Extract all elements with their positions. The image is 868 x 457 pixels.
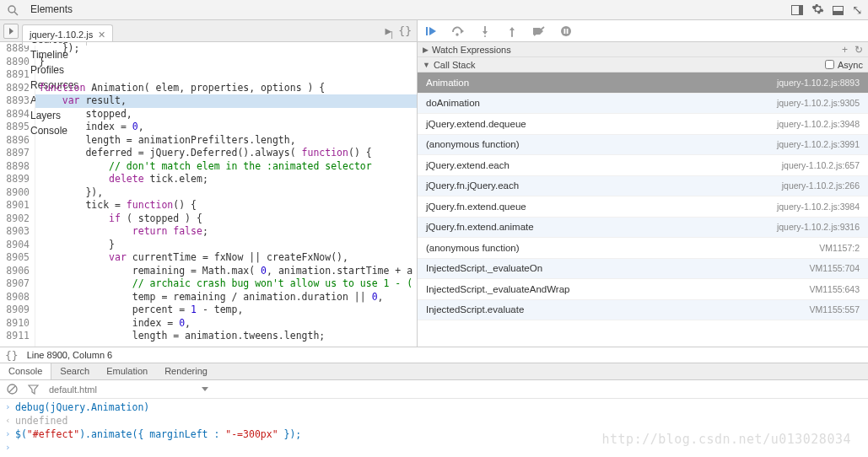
svg-point-11	[511, 35, 513, 37]
chevron-down-icon	[202, 387, 208, 391]
drawer-toggle-icon[interactable]	[791, 5, 803, 15]
code-body[interactable]: }); } function Animation( elem, properti…	[35, 42, 417, 347]
svg-rect-16	[567, 29, 569, 34]
debug-toolbar	[418, 20, 868, 42]
frame-location: jquery-1.10.2.js:3984	[777, 202, 860, 212]
inspect-icon[interactable]	[3, 0, 22, 19]
drawer-tab-rendering[interactable]: Rendering	[156, 363, 216, 379]
add-watch-icon[interactable]: +	[842, 44, 848, 56]
file-tab[interactable]: jquery-1.10.2.js ✕	[22, 24, 113, 41]
stack-frame[interactable]: jQuery.fn.extend.animatejquery-1.10.2.js…	[418, 218, 868, 239]
console-toolbar: default.html	[0, 380, 868, 399]
console-row: ›debug(jQuery.Animation)	[0, 401, 868, 414]
frame-location: VM1155:704	[809, 263, 860, 273]
pause-on-exceptions-icon[interactable]	[559, 24, 573, 38]
input-arrow-icon: ›	[5, 401, 15, 414]
svg-point-8	[484, 35, 486, 37]
drawer-tab-emulation[interactable]: Emulation	[98, 363, 156, 379]
stack-frame[interactable]: InjectedScript.evaluateVM1155:557	[418, 300, 868, 321]
svg-point-5	[456, 33, 458, 35]
stack-frame[interactable]: jQuery.extend.eachjquery-1.10.2.js:657	[418, 155, 868, 176]
stack-frame[interactable]: (anonymous function)jquery-1.10.2.js:399…	[418, 135, 868, 156]
async-toggle[interactable]: Async	[825, 60, 863, 70]
frame-function: (anonymous function)	[426, 243, 520, 253]
dock-icon[interactable]	[833, 6, 844, 15]
settings-icon[interactable]	[811, 3, 824, 18]
call-stack-list: Animationjquery-1.10.2.js:8893doAnimatio…	[418, 73, 868, 347]
frame-function: jQuery.extend.dequeue	[426, 119, 526, 129]
frame-location: jquery-1.10.2.js:9305	[777, 98, 860, 108]
workspace: jquery-1.10.2.js ✕ ▶| {} 8889 8890 8891 …	[0, 20, 868, 347]
context-selector[interactable]: default.html	[49, 384, 208, 395]
step-into-icon[interactable]	[478, 24, 492, 38]
stack-frame[interactable]: Animationjquery-1.10.2.js:8893	[418, 73, 868, 94]
file-tab-name: jquery-1.10.2.js	[30, 30, 93, 40]
frame-location: jquery-1.10.2.js:3948	[777, 119, 860, 129]
deactivate-breakpoints-icon[interactable]	[532, 24, 546, 38]
input-arrow-icon: ›	[5, 427, 15, 441]
stack-frame[interactable]: doAnimationjquery-1.10.2.js:9305	[418, 94, 868, 115]
console-input: debug(jQuery.Animation)	[15, 401, 149, 414]
main-tab-elements[interactable]: Elements	[22, 0, 87, 15]
console-output: undefined	[15, 414, 67, 427]
svg-rect-15	[564, 29, 566, 34]
drawer-tab-bar: ConsoleSearchEmulationRendering	[0, 363, 868, 380]
frame-location: jquery-1.10.2.js:657	[782, 160, 860, 170]
cursor-position: Line 8900, Column 6	[27, 350, 113, 360]
svg-marker-4	[461, 29, 464, 34]
svg-point-0	[8, 6, 15, 13]
call-stack-header[interactable]: ▼ Call Stack Async	[418, 57, 868, 73]
frame-function: Animation	[426, 78, 469, 88]
main-tab-bar: ElementsNetworkSourcesTimelineProfilesRe…	[0, 0, 868, 20]
console-body[interactable]: ›debug(jQuery.Animation)‹undefined›$("#e…	[0, 399, 868, 456]
step-over-icon[interactable]	[451, 24, 465, 38]
frame-function: jQuery.extend.each	[426, 160, 509, 170]
file-tab-bar: jquery-1.10.2.js ✕ ▶| {}	[0, 20, 417, 42]
resume-icon[interactable]	[424, 24, 438, 38]
frame-function: jQuery.fn.jQuery.each	[426, 180, 519, 191]
frame-location: VM1157:2	[819, 243, 860, 253]
drawer-tab-console[interactable]: Console	[0, 363, 51, 379]
frame-location: jquery-1.10.2.js:9316	[777, 222, 860, 232]
watch-expressions-header[interactable]: ▶ Watch Expressions +↻	[418, 42, 868, 57]
clear-console-icon[interactable]	[7, 384, 18, 395]
stack-frame[interactable]: jQuery.fn.jQuery.eachjquery-1.10.2.js:26…	[418, 176, 868, 197]
svg-marker-19	[29, 385, 38, 394]
stack-frame[interactable]: InjectedScript._evaluateOnVM1155:704	[418, 259, 868, 280]
frame-location: VM1155:557	[809, 304, 860, 315]
console-row: ‹undefined	[0, 414, 868, 427]
pretty-print-status-icon[interactable]: {}	[5, 349, 19, 362]
refresh-watch-icon[interactable]: ↻	[855, 44, 863, 56]
filter-icon[interactable]	[28, 384, 39, 395]
navigator-toggle-icon[interactable]	[3, 24, 19, 39]
async-label: Async	[838, 60, 863, 70]
svg-point-14	[561, 26, 571, 36]
svg-line-18	[9, 386, 15, 392]
run-snippet-icon[interactable]: ▶|	[385, 24, 392, 37]
console-input: $("#effect").animate({ marginLeft : "-=3…	[15, 427, 301, 441]
stack-frame[interactable]: jQuery.extend.dequeuejquery-1.10.2.js:39…	[418, 114, 868, 135]
step-out-icon[interactable]	[505, 24, 519, 38]
popout-icon[interactable]: ⤡	[852, 3, 863, 18]
stack-frame[interactable]: InjectedScript._evaluateAndWrapVM1155:64…	[418, 279, 868, 300]
stack-frame[interactable]: jQuery.fn.extend.queuejquery-1.10.2.js:3…	[418, 196, 868, 218]
output-arrow-icon: ‹	[5, 414, 15, 427]
pretty-print-icon[interactable]: {}	[398, 24, 412, 37]
drawer-tab-search[interactable]: Search	[51, 363, 98, 379]
frame-function: InjectedScript._evaluateAndWrap	[426, 284, 569, 294]
editor-status-bar: {} Line 8900, Column 6	[0, 347, 868, 363]
frame-function: InjectedScript.evaluate	[426, 304, 524, 315]
svg-marker-7	[483, 31, 488, 35]
frame-function: (anonymous function)	[426, 139, 520, 149]
input-arrow-icon: ›	[5, 441, 15, 454]
svg-marker-10	[509, 27, 515, 30]
collapse-icon: ▶	[423, 46, 429, 54]
debugger-right-pane: ▶ Watch Expressions +↻ ▼ Call Stack Asyn…	[418, 20, 868, 347]
close-icon[interactable]: ✕	[98, 30, 105, 40]
stack-frame[interactable]: (anonymous function)VM1157:2	[418, 238, 868, 259]
frame-location: VM1155:643	[809, 284, 860, 294]
code-editor[interactable]: 8889 8890 8891 8892 8893 8894 8895 8896 …	[0, 42, 417, 347]
async-checkbox[interactable]	[825, 60, 834, 69]
frame-function: jQuery.fn.extend.queue	[426, 202, 526, 212]
expand-icon: ▼	[423, 61, 430, 69]
